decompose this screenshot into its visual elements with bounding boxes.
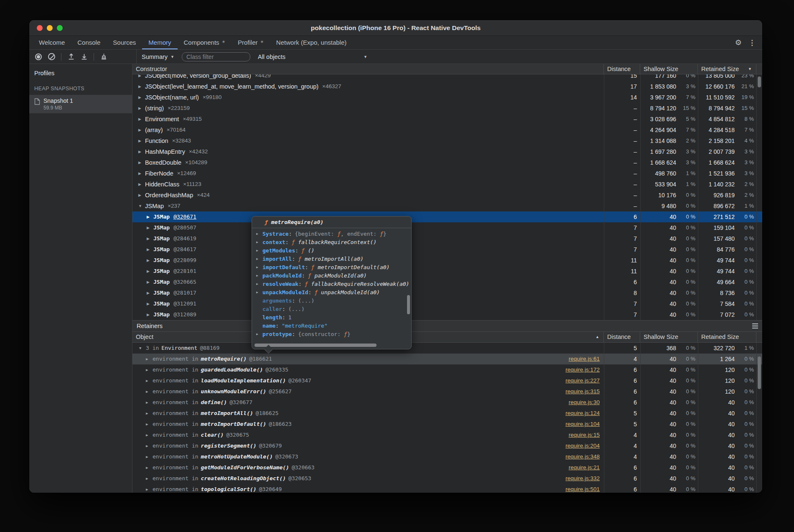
retainer-row[interactable]: ▶ environment inloadModuleImplementation… (132, 375, 762, 386)
column-header-shallow-size[interactable]: Shallow Size (640, 332, 698, 342)
disclosure-triangle-icon[interactable]: ▶ (147, 266, 153, 277)
disclosure-triangle-icon[interactable]: ▶ (147, 288, 153, 298)
tooltip-property-row[interactable]: length : 1 (256, 313, 411, 322)
tab-memory[interactable]: Memory (142, 36, 177, 49)
source-link[interactable]: require.js:227 (565, 375, 600, 386)
disclosure-triangle-icon[interactable]: ▶ (138, 103, 145, 114)
retainer-row[interactable]: ▼ 3 inEnvironment@88169 5 3680 % 322 720… (132, 343, 762, 354)
heap-constructor-row[interactable]: ▶ (array) ×70164 – 4 264 9047 % 4 284 51… (132, 125, 762, 135)
retainers-menu-icon[interactable] (752, 326, 758, 326)
heap-constructor-row[interactable]: ▶ HiddenClass ×11123 – 533 9041 % 1 140 … (132, 179, 762, 190)
heap-constructor-row[interactable]: ▶ JSMap @312091 7 400 % 7 5840 % (132, 298, 762, 309)
heap-constructor-row[interactable]: ▶ JSObject(level_learned_at, move_learn_… (132, 81, 762, 92)
disclosure-triangle-icon[interactable]: ▶ (147, 309, 153, 320)
disclosure-triangle-icon[interactable]: ▶ (146, 354, 153, 364)
source-link[interactable]: require.js:332 (565, 473, 600, 484)
tooltip-property-row[interactable]: caller : (...) (256, 305, 411, 313)
tab-network[interactable]: Network (Expo, unstable) (270, 36, 353, 49)
heap-constructor-row[interactable]: ▶ JSMap @284619 7 400 % 157 4800 % (132, 233, 762, 244)
tooltip-property-row[interactable]: ▶ Systrace : {beginEvent: ƒ, endEvent: ƒ… (256, 230, 411, 238)
tooltip-property-row[interactable]: ▶ unpackModuleId : ƒ unpackModuleId(a0) (256, 288, 411, 297)
retainer-row[interactable]: ▶ environment indefine()@320677 require.… (132, 397, 762, 408)
disclosure-triangle-icon[interactable]: ▶ (146, 375, 153, 386)
heap-constructor-row[interactable]: ▶ JSObject(name, url) ×99180 14 3 967 20… (132, 92, 762, 103)
tooltip-vscrollbar-thumb[interactable] (407, 295, 410, 314)
heap-constructor-row[interactable]: ▶ JSMap @228099 11 400 % 49 7440 % (132, 255, 762, 266)
object-scope-dropdown[interactable]: All objects ▼ (258, 53, 367, 60)
perspective-dropdown[interactable]: Summary ▼ (142, 53, 174, 60)
source-link[interactable]: require.js:104 (565, 419, 600, 430)
disclosure-triangle-icon[interactable]: ▶ (138, 146, 145, 157)
tooltip-property-row[interactable]: ▶ getModules : ƒ () (256, 247, 411, 255)
column-header-constructor[interactable]: Constructor (132, 64, 604, 74)
disclosure-triangle-icon[interactable]: ▶ (146, 473, 153, 484)
disclosure-triangle-icon[interactable]: ▶ (138, 190, 145, 201)
tooltip-property-row[interactable]: ▶ resolveWeak : ƒ fallbackRequireResolve… (256, 280, 411, 288)
tooltip-property-row[interactable]: ▶ importAll : ƒ metroImportAll(a0) (256, 255, 411, 263)
heap-constructor-row[interactable]: ▶ (string) ×223159 – 8 794 12015 % 8 794… (132, 103, 762, 114)
heap-constructor-row[interactable]: ▶ BoxedDouble ×104289 – 1 668 6243 % 1 6… (132, 157, 762, 168)
tooltip-property-row[interactable]: ▶ context : ƒ fallbackRequireContext() (256, 238, 411, 247)
tooltip-property-row[interactable]: ▶ importDefault : ƒ metroImportDefault(a… (256, 263, 411, 272)
heap-constructor-row[interactable]: ▶ OrderedHashMap ×424 – 10 1760 % 926 81… (132, 190, 762, 201)
save-profile-button[interactable] (79, 52, 89, 62)
tab-components[interactable]: Components∗ (178, 36, 232, 49)
source-link[interactable]: require.js:21 (569, 462, 600, 473)
heap-constructor-row[interactable]: ▶ JSMap @320671 6 400 % 271 5120 % (132, 211, 762, 222)
column-header-distance[interactable]: Distance (604, 332, 640, 342)
disclosure-triangle-icon[interactable]: ▶ (147, 277, 153, 288)
source-link[interactable]: require.js:61 (569, 354, 600, 364)
heap-constructor-row[interactable]: ▶ JSMap @228101 11 400 % 49 7440 % (132, 266, 762, 277)
disclosure-triangle-icon[interactable]: ▶ (146, 451, 153, 462)
disclosure-triangle-icon[interactable]: ▶ (146, 397, 153, 408)
source-link[interactable]: require.js:30 (569, 397, 600, 408)
zoom-button[interactable] (57, 25, 63, 31)
tab-console[interactable]: Console (71, 36, 107, 49)
heap-constructor-row[interactable]: ▶ JSMap @320665 6 400 % 49 6640 % (132, 277, 762, 288)
column-header-distance[interactable]: Distance (604, 64, 640, 74)
disclosure-triangle-icon[interactable]: ▶ (147, 298, 153, 309)
disclosure-triangle-icon[interactable]: ▶ (147, 233, 153, 244)
source-link[interactable]: require.js:315 (565, 386, 600, 397)
disclosure-triangle-icon[interactable]: ▶ (146, 484, 153, 493)
disclosure-triangle-icon[interactable]: ▶ (138, 114, 145, 125)
retainer-row[interactable]: ▶ environment inregisterSegment()@320679… (132, 440, 762, 451)
column-header-retained-size[interactable]: Retained Size▼ (698, 64, 756, 74)
settings-gear-icon[interactable]: ⚙ (735, 38, 742, 47)
source-link[interactable]: require.js:124 (565, 408, 600, 419)
tooltip-property-row[interactable]: ▶ prototype : {constructor: ƒ} (256, 330, 411, 339)
disclosure-triangle-icon[interactable]: ▶ (146, 364, 153, 375)
tab-sources[interactable]: Sources (107, 36, 142, 49)
retainer-row[interactable]: ▶ environment inmetroImportDefault()@186… (132, 419, 762, 430)
disclosure-triangle-icon[interactable]: ▶ (138, 168, 145, 179)
heap-constructor-row[interactable]: ▶ JSMap @281017 8 400 % 8 7360 % (132, 288, 762, 298)
disclosure-triangle-icon[interactable]: ▶ (146, 462, 153, 473)
disclosure-triangle-icon[interactable]: ▶ (146, 386, 153, 397)
heap-constructor-row[interactable]: ▶ Environment ×49315 – 3 028 6965 % 4 85… (132, 114, 762, 125)
close-button[interactable] (37, 25, 43, 31)
retainer-row[interactable]: ▶ environment increateHotReloadingObject… (132, 473, 762, 484)
main-scrollbar-thumb[interactable] (758, 76, 761, 87)
retainer-row[interactable]: ▶ environment inmetroRequire()@186621 re… (132, 354, 762, 364)
heap-constructor-row[interactable]: ▶ JSMap @312089 7 400 % 7 0720 % (132, 309, 762, 320)
column-header-retained-size[interactable]: Retained Size (698, 332, 756, 342)
clear-profiles-button[interactable] (46, 52, 56, 62)
disclosure-triangle-icon[interactable]: ▶ (138, 81, 145, 92)
disclosure-triangle-icon[interactable]: ▶ (146, 440, 153, 451)
column-header-shallow-size[interactable]: Shallow Size (640, 64, 698, 74)
disclosure-triangle-icon[interactable]: ▶ (147, 244, 153, 255)
heap-constructor-row[interactable]: ▶ JSMap @284617 7 400 % 84 7760 % (132, 244, 762, 255)
disclosure-triangle-icon[interactable]: ▼ (138, 201, 145, 211)
disclosure-triangle-icon[interactable]: ▶ (146, 419, 153, 430)
heap-constructor-row[interactable]: ▶ JSObject(move, version_group_details) … (132, 74, 762, 81)
retainers-scrollbar-thumb[interactable] (758, 356, 761, 389)
class-filter-input[interactable] (182, 52, 250, 61)
tab-profiler[interactable]: Profiler∗ (232, 36, 270, 49)
disclosure-triangle-icon[interactable]: ▶ (138, 157, 145, 168)
retainer-row[interactable]: ▶ environment intopologicalSort()@320649… (132, 484, 762, 493)
load-profile-button[interactable] (66, 52, 76, 62)
source-link[interactable]: require.js:15 (569, 430, 600, 440)
disclosure-triangle-icon[interactable]: ▶ (138, 135, 145, 146)
record-heap-snapshot-button[interactable] (33, 52, 43, 62)
collect-garbage-button[interactable] (99, 52, 109, 62)
